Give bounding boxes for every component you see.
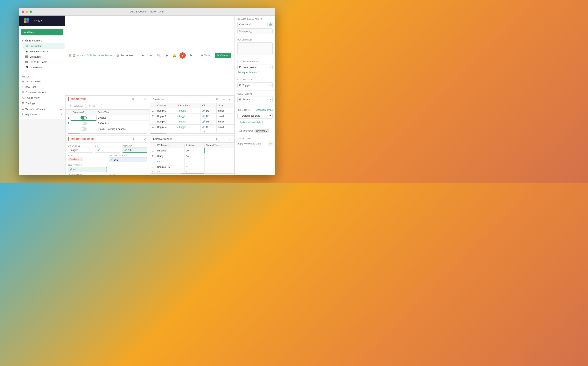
type-badge[interactable]: Combat - ... [68,158,83,161]
creatures-more-icon[interactable]: ⋯ [221,97,226,101]
creatures-filter-icon[interactable]: ⊟ [215,97,220,101]
sidebar-item-initiative-tracker[interactable]: ⊞ Initiative Tracker [22,49,65,54]
creature-col-header[interactable]: Creature [156,103,175,108]
sidebar-item-encounters[interactable]: ⊞ Encounters [22,43,65,49]
undo-button[interactable]: ↩ [140,53,146,58]
table-row[interactable]: 1 Boggle 1 ↗boggle 🔗1/8 small [150,108,234,114]
encounters-expand-icon[interactable]: ⤢ [143,97,147,101]
creature-cell[interactable]: Boggle 5 [156,130,175,132]
status-cell[interactable] [204,164,234,170]
filter-complete[interactable]: ▼ Complete? [68,104,86,108]
sidebar-item-tour[interactable]: ⊞ Tour of this Docum... 🗑 [19,107,65,112]
table-row[interactable]: 4 Boggle 4 ↗boggle 🔗1/8 small [150,124,234,130]
cr-col-header[interactable]: CR [200,103,217,108]
size-cell[interactable]: small [217,108,230,114]
creature-cell[interactable]: Boggle 2 [156,114,175,119]
pc-monster-cell[interactable]: Remy [156,153,184,159]
complete-cell[interactable] [71,126,96,132]
add-new-button[interactable]: Add New + [21,29,63,35]
complete-cell[interactable] [71,132,96,132]
close-button[interactable] [22,10,24,13]
table-view-btn[interactable]: ⊞ Table [198,53,212,58]
initiative-expand-icon[interactable]: ⤢ [227,137,232,141]
initiative-more-icon[interactable]: ⋯ [221,137,226,141]
title-cell[interactable]: Boggles [96,115,150,121]
share-button[interactable]: ⊕ [164,53,169,58]
complete-col-header[interactable]: Complete? [71,110,96,115]
sidebar-item-settings[interactable]: ⚙ Settings [19,100,65,106]
user-menu[interactable]: @You ▾ [33,19,42,22]
col-link-icon[interactable]: 🔗 [269,22,273,27]
title-cell[interactable]: Vegepygmies [96,132,150,132]
cr-value[interactable]: 🔗 1 [95,148,120,153]
pc-monster-col-header[interactable]: PC/Monster [156,143,184,148]
column-view-btn[interactable]: ⊟ Column [215,53,231,58]
breadcrumb-tracker[interactable]: D&D Encounter Tracker [87,54,113,57]
sidebar-item-dice-roller[interactable]: ⚄ Dice Roller [22,65,65,70]
status-cell[interactable] [204,170,234,172]
status-cell[interactable] [204,159,234,164]
initiative-cell[interactable]: 14 [184,153,204,159]
filter-cr[interactable]: ▼ CR [87,104,97,108]
initiative-cell[interactable]: 11 [184,164,204,170]
adjusted-xp-value[interactable]: 🔗 500 [68,167,107,172]
title-cell[interactable]: Reflections [96,121,150,126]
pc-monster-cell[interactable]: Luna [156,159,184,164]
encounters-filter-icon[interactable]: ⊟ [130,97,135,101]
size-col-header[interactable]: Size [217,103,230,108]
status-cell[interactable] [204,153,234,159]
col-id-input[interactable] [237,28,273,34]
default-cell-style-select[interactable]: T Default cell style ▾ [237,113,273,119]
sidebar-item-access-rules[interactable]: ⊞ Access Rules [19,79,65,84]
col-behavior-select[interactable]: ⊟ Data Column ▾ [237,64,273,70]
status-effects-col-header[interactable]: Status Effects [204,143,234,148]
sidebar-item-creatures[interactable]: C Creatures [22,54,65,59]
sidebar-item-document-history[interactable]: ⊞ Document History [19,90,65,95]
add-filter-button[interactable]: + [98,104,102,108]
creature-cell[interactable]: Boggle 3 [156,119,175,124]
total-xp-value[interactable]: 🔗 200 [122,148,147,153]
table-row[interactable]: 5 Milo 8 [150,170,234,172]
encounters-more-icon[interactable]: ⋯ [137,97,141,101]
quick-title-col-header[interactable]: Quick Title [96,110,150,115]
sidebar-item-help[interactable]: ? Help Center ↗ [19,112,65,117]
table-row[interactable]: 1 Boggles [66,115,150,121]
toggle-3[interactable] [81,127,87,131]
search-button[interactable]: 🔍 [156,53,162,58]
card-expand-icon[interactable]: ⤢ [143,137,147,141]
table-row[interactable]: 3 (Boss) - Darkling + hounds [66,126,150,132]
description-textarea[interactable] [237,42,273,55]
title-cell[interactable]: (Boss) - Darkling + hounds [96,126,150,132]
link-col-header[interactable]: Link to Stats [175,103,200,108]
table-row[interactable]: 1 Minerva 19 [150,148,234,153]
link-cell[interactable]: ↗boggle [175,108,200,114]
sidebar-item-code-view[interactable]: </> Code View [19,95,65,100]
pc-monster-cell[interactable]: Minerva [156,148,184,153]
table-row[interactable]: 4 Vegepygmies [66,132,150,132]
table-row[interactable]: 2 Boggle 2 ↗boggle 🔗1/8 small [150,114,234,119]
sidebar-item-raw-data[interactable]: ≡ Raw Data [19,84,65,90]
lightning-button[interactable]: ⚡ [268,141,273,146]
initiative-filter-icon[interactable]: ⊟ [215,137,220,141]
initiative-cell[interactable]: 19 [184,148,204,153]
redo-button[interactable]: ↪ [148,53,154,58]
views-badge[interactable]: Common ▸ [255,129,269,133]
col-label-input[interactable] [237,22,268,27]
card-more-icon[interactable]: ⋯ [137,137,141,141]
table-row[interactable]: 4 Boggles 1-5 11 [150,164,234,170]
minimize-button[interactable] [26,10,28,13]
cr-cell[interactable]: 🔗1/8 [200,108,217,114]
creature-cell[interactable]: Boggle 1 [156,108,175,114]
pc-monster-cell[interactable]: Milo [156,170,184,172]
toggle-2[interactable] [81,122,87,125]
col-type-select[interactable]: ⊟ Toggle ▾ [237,82,273,88]
avatar[interactable]: Y [179,52,186,59]
add-conditional-style-link[interactable]: + Add conditional style ? [237,120,273,124]
table-row[interactable]: 2 Remy 14 [150,153,234,159]
table-row[interactable]: 2 Reflections [66,121,150,126]
set-trigger-formula-link[interactable]: Set trigger formula ? [237,71,273,74]
flag-button[interactable]: ⚑ [188,53,193,58]
table-row[interactable]: 3 Luna 12 [150,159,234,164]
notifications-button[interactable]: 🔔 [172,53,177,58]
status-cell[interactable] [204,148,234,153]
